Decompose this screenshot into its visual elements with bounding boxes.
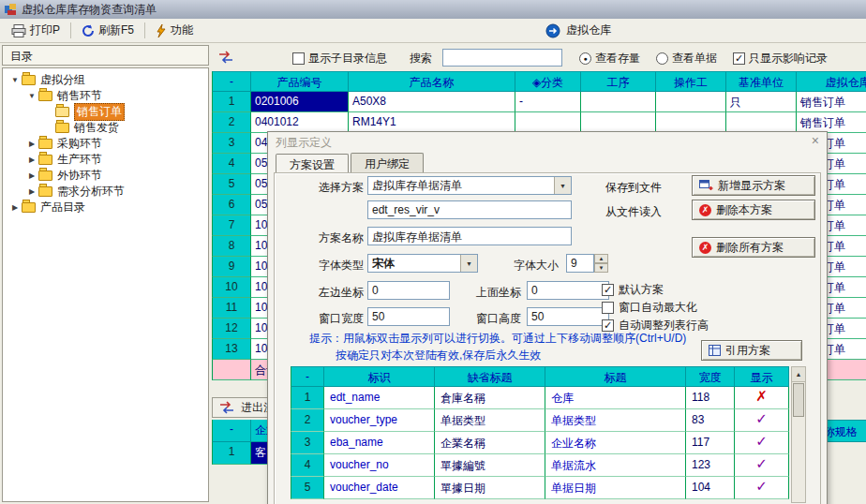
column-header[interactable]: ◈分类 (515, 71, 581, 92)
column-header[interactable]: 操作工 (656, 71, 726, 92)
dialog-titlebar[interactable]: 列显示定义 × (268, 132, 827, 151)
chevron-down-icon[interactable]: ▼ (554, 177, 571, 194)
default-scheme-checkbox[interactable]: ✓ 默认方案 (602, 282, 664, 298)
cell[interactable]: voucher_type (324, 409, 435, 432)
spin-up-icon[interactable]: ▲ (594, 254, 608, 263)
cell[interactable] (515, 112, 581, 133)
function-button[interactable]: 功能 (148, 20, 201, 42)
column-header[interactable]: 缺省标题 (435, 366, 545, 387)
cell[interactable]: 104 (686, 477, 735, 499)
font-type-select[interactable]: 宋体 ▼ (367, 254, 478, 273)
chevron-down-icon[interactable]: ▼ (460, 255, 477, 272)
column-header[interactable]: - (212, 71, 251, 92)
expander-icon[interactable]: ▼ (25, 92, 38, 100)
display-mark[interactable]: ✓ (735, 409, 789, 432)
column-header[interactable]: 产品编号 (251, 71, 349, 92)
cell[interactable]: 销售订单 (797, 92, 866, 112)
column-header[interactable]: 显示 (735, 366, 789, 387)
left-coord-field[interactable]: 0 (367, 281, 450, 300)
cell[interactable] (581, 92, 656, 112)
cell[interactable] (726, 112, 797, 133)
font-size-stepper[interactable]: 9 ▲ ▼ (566, 254, 608, 273)
cell[interactable]: 0401012 (251, 112, 349, 133)
refresh-button[interactable]: 刷新F5 (74, 20, 142, 42)
delete-scheme-button[interactable]: ✗ 删除本方案 (692, 200, 815, 220)
cell[interactable]: voucher_date (324, 477, 435, 499)
column-header[interactable]: 工序 (581, 71, 656, 92)
cell[interactable]: voucher_no (324, 454, 435, 477)
close-icon[interactable]: × (812, 133, 819, 148)
window-height-field[interactable]: 50 (527, 307, 609, 326)
cell[interactable]: 单据流水 (545, 454, 686, 477)
cell[interactable]: 118 (686, 387, 735, 409)
scheme-select[interactable]: 虚拟库存单据清单 ▼ (367, 176, 572, 195)
show-subdir-checkbox[interactable]: 显示子目录信息 (292, 51, 387, 67)
cell[interactable]: 83 (686, 409, 735, 432)
reference-scheme-button[interactable]: 引用方案 (701, 340, 802, 361)
cell[interactable]: - (515, 92, 581, 112)
cell[interactable]: 单据类型 (435, 409, 545, 432)
cell[interactable]: RM14Y1 (349, 112, 515, 133)
dialog-grid-row[interactable]: 3eba_name企業名稱企业名称117✓ (291, 432, 791, 454)
cell[interactable] (581, 112, 656, 133)
cell[interactable]: edt_name (324, 387, 435, 409)
cell[interactable]: 單據日期 (435, 477, 545, 499)
delete-all-schemes-button[interactable]: ✗ 删除所有方案 (692, 237, 815, 258)
search-input[interactable] (442, 49, 562, 67)
cell[interactable]: 仓库 (545, 387, 686, 409)
cell[interactable] (656, 112, 726, 133)
expander-icon[interactable]: ▼ (8, 76, 22, 84)
resource-field[interactable]: edt_res_vir_v (367, 200, 572, 219)
cell[interactable] (656, 92, 726, 112)
cell[interactable]: 0201006 (251, 92, 349, 112)
display-mark[interactable]: ✓ (735, 432, 789, 454)
dialog-grid-row[interactable]: 1edt_name倉庫名稱仓库118✗ (291, 387, 791, 409)
dialog-grid-row[interactable]: 4voucher_no單據編號单据流水123✓ (291, 454, 791, 477)
dialog-grid-row[interactable]: 2voucher_type单据类型单据类型83✓ (291, 409, 791, 432)
cell[interactable]: A50X8 (349, 92, 515, 112)
tree-item[interactable]: ▶产品目录 (3, 200, 208, 215)
window-width-field[interactable]: 50 (367, 307, 450, 326)
tree-item[interactable]: ▶需求分析环节 (3, 184, 208, 200)
cell[interactable]: 销售订单 (797, 112, 866, 133)
display-mark[interactable]: ✓ (735, 477, 789, 499)
column-header[interactable]: 标识 (324, 366, 435, 387)
expander-icon[interactable]: ▶ (25, 187, 38, 196)
scrollbar-thumb[interactable] (793, 383, 804, 417)
display-mark[interactable]: ✓ (735, 454, 789, 477)
read-from-file-button[interactable]: 从文件读入 (605, 204, 662, 220)
vertical-scrollbar[interactable]: ▲ (791, 366, 806, 503)
affected-only-checkbox[interactable]: ✓ 只显示影响记录 (733, 51, 828, 67)
expander-icon[interactable]: ▶ (8, 203, 22, 212)
expander-icon[interactable]: ▶ (25, 156, 38, 164)
expander-icon[interactable]: ▶ (25, 171, 38, 180)
cell[interactable]: 倉庫名稱 (435, 387, 545, 409)
display-mark[interactable]: ✗ (735, 387, 789, 409)
cell[interactable]: eba_name (324, 432, 435, 454)
cell[interactable]: 单据日期 (545, 477, 686, 499)
column-header[interactable]: - (291, 366, 324, 387)
add-scheme-button[interactable]: 新增显示方案 (692, 175, 815, 196)
tree-item[interactable]: ▶外协环节 (3, 168, 208, 184)
expander-icon[interactable]: ▶ (25, 140, 38, 148)
tree-item[interactable]: 销售发货 (3, 120, 208, 136)
auto-maximize-checkbox[interactable]: 窗口自动最大化 (602, 300, 697, 316)
spin-down-icon[interactable]: ▼ (594, 263, 608, 273)
tree-item[interactable]: ▶采购环节 (3, 136, 208, 152)
column-header[interactable]: 虚拟仓库 (797, 71, 866, 92)
cell[interactable]: 117 (686, 432, 735, 454)
top-coord-field[interactable]: 0 (527, 281, 609, 300)
scheme-name-field[interactable]: 虚拟库存单据清单 (367, 227, 572, 245)
cell[interactable]: 企業名稱 (435, 432, 545, 454)
cell[interactable]: 只 (726, 92, 797, 112)
save-to-file-button[interactable]: 保存到文件 (605, 180, 662, 196)
table-row[interactable]: 10201006A50X8-只销售订单 (212, 92, 866, 112)
tree-item[interactable]: ▼虚拟分组 (3, 72, 208, 88)
scroll-up-icon[interactable]: ▲ (792, 367, 805, 382)
tree-item[interactable]: ▶生产环节 (3, 152, 208, 168)
table-row[interactable]: 20401012RM14Y1销售订单 (212, 112, 866, 133)
tree-item[interactable]: 销售订单 (3, 104, 208, 120)
dialog-grid-row[interactable]: 5voucher_date單據日期单据日期104✓ (291, 477, 791, 499)
cell[interactable]: 单据类型 (545, 409, 686, 432)
cell[interactable]: 企业名称 (545, 432, 686, 454)
